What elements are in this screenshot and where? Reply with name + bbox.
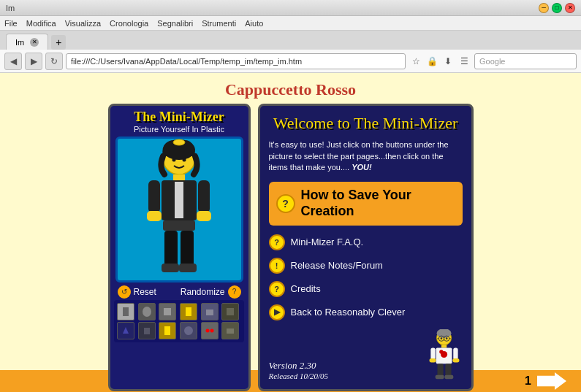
version-text-block: Version 2.30 Released 10/20/05 xyxy=(269,360,329,380)
title-bar: Im ─ □ ✕ xyxy=(0,0,581,16)
menu-row-notes: ! Release Notes/Forum xyxy=(269,256,463,275)
search-placeholder: Google xyxy=(479,57,505,66)
tab-close-button[interactable]: ✕ xyxy=(30,38,39,47)
svg-rect-14 xyxy=(162,264,179,272)
part-item[interactable] xyxy=(221,322,239,339)
close-button[interactable]: ✕ xyxy=(565,3,575,13)
credits-label[interactable]: Credits xyxy=(291,283,321,294)
menu-segnalibri[interactable]: Segnalibri xyxy=(157,19,193,28)
randomize-icon: ? xyxy=(228,285,241,299)
menu-cronologia[interactable]: Cronologia xyxy=(110,19,148,28)
reset-icon: ↺ xyxy=(118,285,131,299)
version-section: Version 2.30 Released 10/20/05 xyxy=(269,329,463,380)
svg-rect-47 xyxy=(445,364,451,377)
back-icon: ▶ xyxy=(269,304,285,320)
svg-rect-28 xyxy=(227,328,234,334)
version-released: Released 10/20/05 xyxy=(269,372,329,380)
svg-rect-38 xyxy=(441,345,446,347)
randomize-button[interactable]: Randomize ? xyxy=(181,285,241,299)
svg-rect-21 xyxy=(206,310,213,315)
next-arrow-icon[interactable] xyxy=(537,372,566,390)
svg-point-41 xyxy=(439,350,443,353)
new-tab-button[interactable]: + xyxy=(51,35,66,50)
part-item[interactable] xyxy=(159,322,176,339)
menu-modifica[interactable]: Modifica xyxy=(26,19,56,28)
svg-rect-9 xyxy=(147,211,162,221)
url-text: file:///C:/Users/Ivana/AppData/Local/Tem… xyxy=(71,57,302,66)
menu-visualizza[interactable]: Visualizza xyxy=(65,19,101,28)
welcome-title: Welcome to The Mini-Mizer xyxy=(269,115,463,132)
small-lego-figure xyxy=(426,329,463,380)
refresh-button[interactable]: ↻ xyxy=(45,53,63,70)
svg-rect-13 xyxy=(181,231,194,267)
part-item[interactable] xyxy=(180,303,197,320)
svg-rect-49 xyxy=(444,374,453,378)
svg-rect-8 xyxy=(198,180,210,213)
svg-rect-23 xyxy=(144,328,150,334)
svg-rect-20 xyxy=(186,307,191,316)
lego-figure-svg xyxy=(128,138,230,280)
svg-rect-43 xyxy=(453,347,457,359)
part-item[interactable] xyxy=(138,322,156,339)
reset-button[interactable]: ↺ Reset xyxy=(118,285,156,299)
part-item[interactable] xyxy=(159,303,176,320)
highlight-text: How to Save YourCreation xyxy=(301,188,411,219)
menu-strumenti[interactable]: Strumenti xyxy=(202,19,236,28)
svg-rect-22 xyxy=(227,308,234,315)
svg-rect-4 xyxy=(173,174,185,180)
page-title: Cappuccetto Rosso xyxy=(225,73,356,104)
svg-point-32 xyxy=(445,337,447,339)
menu-aiuto[interactable]: Aiuto xyxy=(245,19,263,28)
part-item[interactable] xyxy=(117,322,134,339)
forward-button[interactable]: ▶ xyxy=(25,53,42,70)
randomize-label: Randomize xyxy=(181,287,225,297)
svg-rect-17 xyxy=(123,307,129,316)
svg-point-31 xyxy=(440,337,442,339)
lock-icon[interactable]: 🔒 xyxy=(425,53,439,69)
bookmark-icon[interactable]: ☆ xyxy=(409,53,423,69)
part-item[interactable] xyxy=(201,303,219,320)
welcome-text: It's easy to use! Just click on the butt… xyxy=(269,139,463,173)
url-input[interactable]: file:///C:/Users/Ivana/AppData/Local/Tem… xyxy=(66,53,406,69)
svg-point-2 xyxy=(172,158,176,162)
menu-row-back: ▶ Back to Reasonably Clever xyxy=(269,303,463,322)
controls-row: ↺ Reset Randomize ? xyxy=(115,283,244,300)
minimizer-subtitle: Picture Yourself In Plastic xyxy=(134,125,224,134)
main-panel: The Mini-Mizer Picture Yourself In Plast… xyxy=(94,104,488,391)
window-title: Im xyxy=(6,4,539,12)
notes-label[interactable]: Release Notes/Forum xyxy=(291,260,383,271)
svg-rect-6 xyxy=(175,182,183,218)
svg-point-25 xyxy=(184,326,193,335)
svg-rect-7 xyxy=(148,180,160,213)
svg-rect-45 xyxy=(452,358,459,362)
minimize-button[interactable]: ─ xyxy=(539,3,549,13)
maximize-button[interactable]: □ xyxy=(552,3,562,13)
part-item[interactable] xyxy=(180,322,197,339)
menu-row-faq: ? Mini-Mizer F.A.Q. xyxy=(269,233,463,252)
minimizer-title: The Mini-Mizer xyxy=(134,110,224,125)
svg-point-16 xyxy=(173,139,185,145)
highlight-box[interactable]: ? How to Save YourCreation xyxy=(269,182,463,225)
svg-rect-42 xyxy=(430,347,435,359)
part-item[interactable] xyxy=(221,303,239,320)
menu-file[interactable]: File xyxy=(4,19,18,28)
menu-icon[interactable]: ☰ xyxy=(457,53,471,69)
address-bar: ◀ ▶ ↻ file:///C:/Users/Ivana/AppData/Loc… xyxy=(0,50,581,73)
svg-point-3 xyxy=(183,158,186,162)
back-label[interactable]: Back to Reasonably Clever xyxy=(291,307,406,318)
svg-rect-15 xyxy=(179,264,197,272)
menu-bar: File Modifica Visualizza Cronologia Segn… xyxy=(0,16,581,31)
download-icon[interactable]: ⬇ xyxy=(441,53,455,69)
faq-label[interactable]: Mini-Mizer F.A.Q. xyxy=(291,237,364,247)
part-item[interactable] xyxy=(138,303,156,320)
credits-icon: ? xyxy=(269,281,285,297)
part-item[interactable] xyxy=(117,303,134,320)
svg-point-27 xyxy=(210,328,213,332)
back-button[interactable]: ◀ xyxy=(4,53,22,70)
search-input[interactable]: Google xyxy=(474,53,577,69)
svg-rect-19 xyxy=(164,308,171,315)
part-item[interactable] xyxy=(201,322,219,339)
parts-grid xyxy=(114,300,244,342)
svg-rect-46 xyxy=(437,364,443,377)
browser-tab[interactable]: Im ✕ xyxy=(6,34,48,50)
